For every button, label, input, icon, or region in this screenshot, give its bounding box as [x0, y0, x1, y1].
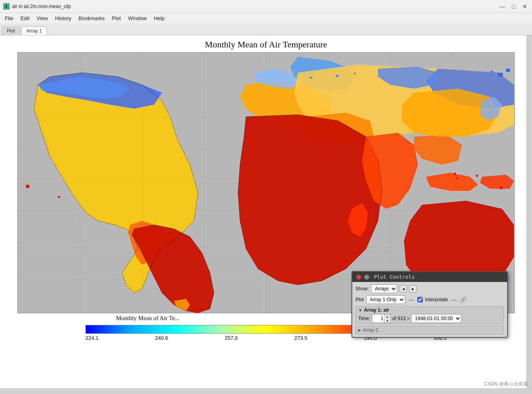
svg-rect-26	[498, 73, 503, 77]
time-input-group: ▲ ▼	[372, 314, 391, 323]
menu-view[interactable]: View	[33, 14, 51, 22]
tab-bar: Plot Array 1	[0, 24, 532, 35]
minus-sep2: —	[450, 296, 457, 303]
array1-section: ▼ Array 1: air Time: ▲ ▼ of 913 = 1948-0	[355, 306, 504, 324]
time-of-text: of 913 =	[392, 316, 410, 321]
right-scrollbar[interactable]	[526, 35, 532, 388]
svg-rect-27	[506, 69, 510, 72]
svg-rect-16	[58, 196, 60, 198]
svg-rect-19	[456, 178, 458, 179]
next-array-button[interactable]: ►	[409, 285, 416, 292]
svg-rect-22	[336, 75, 338, 77]
prev-array-button[interactable]: ◄	[400, 285, 407, 292]
menu-plot[interactable]: Plot	[109, 14, 124, 22]
title-bar: 🌡 air in air.2m.mon.mean_clip — □ ✕	[0, 0, 532, 13]
controls-title: Plot Controls	[374, 274, 415, 280]
menu-window[interactable]: Window	[125, 14, 150, 22]
svg-rect-17	[500, 187, 502, 189]
app-icon: 🌡	[3, 3, 10, 10]
time-date-select[interactable]: 1948-01-01 00:00	[411, 314, 461, 323]
array1-header: ▼ Array 1: air	[358, 307, 501, 313]
controls-body: Show: Arrays ◄ ► Plot Array 1 Only — Int…	[352, 282, 507, 337]
menu-bar: File Edit View History Bookmarks Plot Wi…	[0, 13, 532, 24]
plot-title: Monthly Mean of Air Temperature	[205, 39, 327, 50]
bottom-scrollbar[interactable]	[0, 388, 532, 394]
array2-row: ▶ Array 2	[355, 326, 504, 335]
controls-gray-dot	[364, 275, 369, 280]
close-button[interactable]: ✕	[521, 2, 529, 10]
controls-red-dot	[356, 275, 361, 280]
main-content: Monthly Mean of Air Temperature	[0, 35, 532, 394]
colorbar-min: 224.1	[85, 335, 99, 341]
menu-bookmarks[interactable]: Bookmarks	[75, 14, 108, 22]
watermark: CSDN @卷心没有菜	[484, 381, 528, 388]
svg-rect-20	[476, 175, 478, 177]
controls-title-bar: Plot Controls	[352, 272, 507, 282]
minus-sep: —	[408, 296, 415, 303]
array1-expand-icon[interactable]: ▼	[358, 308, 362, 312]
plot-row: Plot Array 1 Only — Interpolate — 🔗	[355, 295, 504, 304]
plot-label: Plot	[355, 297, 364, 302]
time-row: Time: ▲ ▼ of 913 = 1948-01-01 00:00	[358, 314, 501, 323]
time-down-button[interactable]: ▼	[385, 318, 390, 323]
menu-help[interactable]: Help	[150, 14, 168, 22]
menu-history[interactable]: History	[52, 14, 74, 22]
show-row: Show: Arrays ◄ ►	[355, 284, 504, 293]
plot-area: Monthly Mean of Air Temperature	[0, 35, 532, 394]
time-label: Time:	[358, 316, 370, 321]
time-up-button[interactable]: ▲	[385, 314, 390, 318]
minimize-button[interactable]: —	[498, 2, 506, 10]
show-select[interactable]: Arrays	[371, 284, 397, 293]
link-icon: 🔗	[460, 296, 467, 303]
array2-expand-icon[interactable]: ▶	[358, 328, 361, 332]
menu-edit[interactable]: Edit	[17, 14, 32, 22]
interpolate-label: Interpolate	[425, 297, 448, 302]
colorbar-val2: 240.6	[155, 335, 168, 341]
colorbar-val3: 257.0	[225, 335, 238, 341]
interpolate-checkbox[interactable]	[417, 297, 423, 302]
plot-bottom-title: Monthly Mean of Air Te...	[116, 315, 179, 321]
time-input[interactable]	[372, 316, 384, 321]
svg-rect-15	[26, 185, 29, 188]
svg-rect-24	[378, 71, 380, 73]
time-spinner: ▲ ▼	[384, 314, 390, 323]
menu-file[interactable]: File	[2, 14, 16, 22]
tab-plot[interactable]: Plot	[2, 27, 20, 35]
svg-rect-21	[310, 77, 312, 79]
show-label: Show:	[355, 286, 369, 292]
svg-rect-18	[454, 173, 456, 175]
svg-rect-23	[354, 73, 355, 74]
plot-controls-panel: Plot Controls Show: Arrays ◄ ► Plot Arra…	[351, 271, 508, 338]
tab-array1[interactable]: Array 1	[21, 27, 47, 35]
svg-rect-25	[490, 71, 493, 74]
plot-type-select[interactable]: Array 1 Only	[366, 295, 405, 304]
array2-label: Array 2	[363, 327, 378, 333]
window-title: air in air.2m.mon.mean_clip	[12, 4, 71, 9]
colorbar-val4: 273.5	[294, 335, 307, 341]
maximize-button[interactable]: □	[510, 2, 518, 10]
array1-label: Array 1: air	[364, 307, 389, 313]
